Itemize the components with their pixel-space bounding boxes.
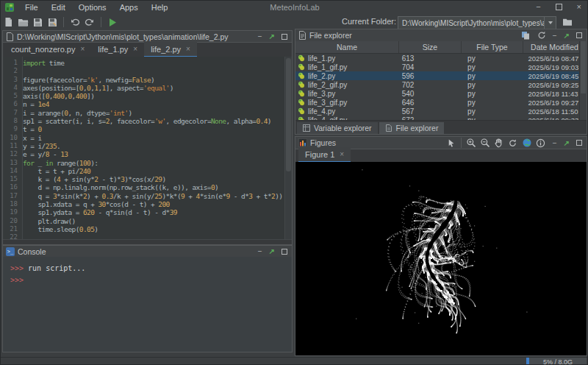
float-panel-icon[interactable]: ↗ [269, 247, 275, 255]
save-as-button[interactable] [46, 15, 59, 29]
menu-apps[interactable]: Apps [113, 1, 145, 13]
window-minimize-icon[interactable]: − [536, 2, 540, 11]
scrollbar-thumb[interactable] [286, 58, 291, 171]
code-line: 18 sp1.xdata = q + 30*cos(d - t) + 200 [3, 200, 285, 208]
menu-edit[interactable]: Edit [45, 1, 72, 13]
tab-count_nonzero-py[interactable]: count_nonzero.py× [4, 42, 91, 57]
run-script-button[interactable] [106, 15, 119, 29]
table-row-life_1_gif.py[interactable]: life_1_gif.py704py2025/6/19 09:03 [295, 63, 587, 71]
code-line: 16 d = np.linalg.norm(np.row_stack((k, e… [3, 183, 285, 191]
close-icon[interactable]: × [340, 150, 344, 158]
editor-horizontal-scrollbar[interactable] [3, 239, 292, 244]
refresh-icon[interactable] [537, 31, 546, 40]
maximize-panel-icon[interactable] [576, 140, 582, 146]
editor-vertical-scrollbar[interactable] [284, 57, 292, 239]
column-header-size[interactable]: Size [399, 41, 462, 53]
minimize-panel-icon[interactable]: − [553, 32, 557, 40]
minimize-panel-icon[interactable]: − [258, 32, 262, 40]
close-icon[interactable]: × [133, 45, 137, 53]
code-text: figure(facecolor='k', newfig=False) [23, 76, 154, 84]
code-editor[interactable]: 1import time23figure(facecolor='k', newf… [3, 57, 292, 239]
file-explorer-icon [298, 31, 306, 40]
identify-button[interactable] [535, 138, 547, 149]
code-line: 7i = arange(0, n, dtype='int') [3, 109, 285, 117]
rotate-button[interactable] [507, 138, 519, 149]
float-panel-icon[interactable]: ↗ [564, 139, 570, 147]
figures-panel-controls: − ↗ [553, 139, 582, 147]
current-folder-value[interactable]: D:\Working\MIScript\Jython\mis\plot_type… [398, 19, 544, 27]
tab-life_1-py[interactable]: life_1.py× [91, 42, 144, 57]
table-row-life_3_gif.py[interactable]: life_3_gif.py646py2025/6/19 09:27 [295, 98, 587, 107]
window-close-icon[interactable]: × [577, 2, 581, 11]
scatter-plot-canvas[interactable] [295, 162, 587, 355]
new-file-button[interactable] [1, 15, 15, 29]
file-size-cell: 540 [398, 90, 462, 98]
menu-file[interactable]: File [18, 1, 45, 13]
tab-figure-1[interactable]: Figure 1 × [298, 147, 351, 163]
table-row-life_2.py[interactable]: life_2.py596py2025/6/19 08:45 [295, 71, 587, 80]
copy-path-icon[interactable] [521, 31, 531, 40]
column-header-name[interactable]: Name [295, 41, 399, 53]
line-number: 3 [3, 76, 23, 84]
select-cursor-button[interactable] [445, 138, 457, 149]
globe-button[interactable] [521, 138, 533, 149]
file-name: life_1.py [308, 54, 335, 63]
menu-help[interactable]: Help [145, 1, 175, 13]
file-type-cell: py [462, 81, 526, 89]
maximize-panel-icon[interactable] [282, 249, 287, 255]
save-button[interactable] [31, 15, 44, 29]
tab-label: life_1.py [98, 45, 128, 54]
table-row-life_1.py[interactable]: life_1.py613py2025/6/19 08:47 [295, 54, 587, 63]
table-row-life_3.py[interactable]: life_3.py540py2025/6/18 11:43 [295, 89, 587, 98]
current-folder-combobox[interactable]: D:\Working\MIScript\Jython\mis\plot_type… [398, 16, 556, 29]
zoom-in-button[interactable] [465, 138, 477, 149]
window-controls: − × [536, 2, 581, 11]
memory-widget[interactable]: 5% / 8.0G [526, 358, 587, 365]
line-number: 11 [3, 142, 23, 150]
minimize-panel-icon[interactable]: − [553, 139, 557, 147]
zoom-in-icon [466, 138, 476, 148]
figure-view[interactable] [295, 162, 587, 355]
table-row-life_2_gif.py[interactable]: life_2_gif.py702py2025/6/19 09:25 [295, 80, 587, 89]
float-panel-icon[interactable]: ↗ [564, 32, 570, 40]
column-header-filetype[interactable]: File Type [462, 41, 523, 53]
table-row-life_4.py[interactable]: life_4.py567py2025/6/18 11:50 [295, 107, 587, 116]
tab-file-explorer[interactable]: File explorer [379, 122, 445, 134]
explorer-vertical-scrollbar[interactable] [579, 41, 587, 121]
minimize-panel-icon[interactable]: − [258, 247, 262, 255]
undo-button[interactable] [68, 15, 82, 29]
close-icon[interactable]: × [80, 45, 85, 53]
meteoinfolab-window: FileEditOptionsAppsHelp MeteoInfoLab − × [0, 0, 588, 365]
console-output[interactable]: >>> run script...>>> [3, 257, 292, 352]
tab-life_2-py[interactable]: life_2.py× [144, 42, 197, 57]
editor-panel-controls: − ↗ [258, 32, 287, 40]
redo-button[interactable] [83, 15, 96, 29]
pan-button[interactable] [493, 138, 505, 149]
maximize-panel-icon[interactable] [282, 34, 287, 40]
code-line: 12e = y/8 - 13 [3, 150, 285, 158]
browse-folder-button[interactable] [561, 16, 574, 28]
code-lines: 1import time23figure(facecolor='k', newf… [3, 59, 285, 239]
float-panel-icon[interactable]: ↗ [269, 32, 275, 40]
code-text: import time [23, 59, 64, 67]
zoom-out-button[interactable] [479, 138, 491, 149]
status-bar: 5% / 8.0G [1, 357, 588, 365]
scrollbar-thumb[interactable] [581, 41, 586, 93]
current-folder-dropdown[interactable] [544, 17, 556, 29]
tab-variable-explorer[interactable]: Variable explorer [297, 122, 378, 134]
file-explorer-panel: File explorer − ↗ Name Size File Type Da… [295, 29, 587, 135]
console-line: >>> run script... [10, 263, 292, 274]
explorer-bottom-tabs: Variable explorerFile explorer [295, 120, 587, 134]
maximize-panel-icon[interactable] [576, 32, 582, 38]
open-file-button[interactable] [16, 15, 29, 29]
column-header-date[interactable]: Date Modified [523, 41, 587, 53]
line-number: 6 [3, 100, 23, 108]
hand-icon [494, 138, 503, 148]
menu-options[interactable]: Options [72, 1, 113, 13]
window-maximize-icon[interactable] [556, 4, 562, 10]
file-type-cell: py [462, 54, 526, 63]
close-icon[interactable]: × [186, 45, 190, 53]
line-number: 14 [3, 167, 23, 175]
file-name: life_3.py [308, 90, 335, 98]
console-prompt: >>> [10, 264, 24, 272]
